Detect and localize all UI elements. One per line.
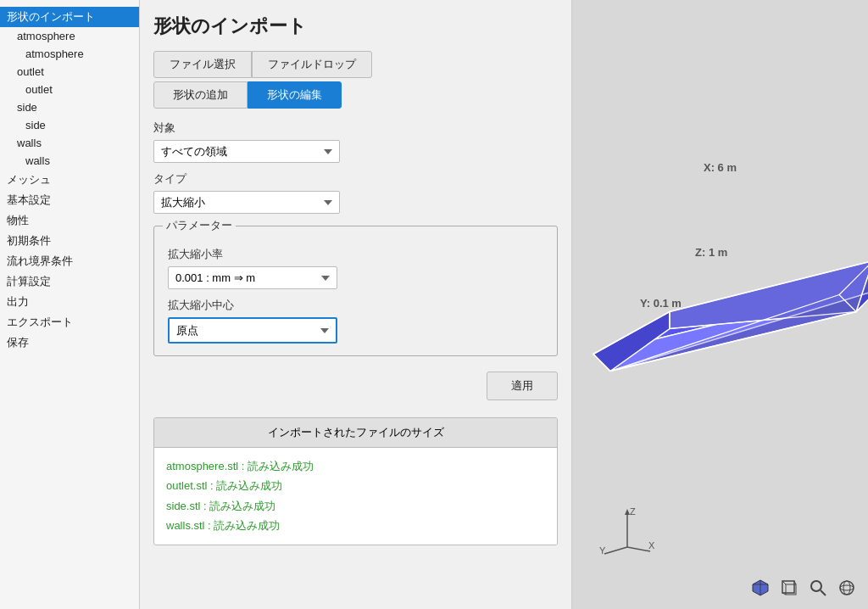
panel-title: 形状のインポート	[153, 14, 558, 39]
sidebar-item-outlet2[interactable]: outlet	[0, 81, 139, 98]
sphere-tool-button[interactable]	[834, 575, 860, 601]
axes-indicator: Z Y X	[598, 505, 657, 558]
file-tab-row: ファイル選択 ファイルドロップ	[153, 51, 558, 78]
svg-point-22	[811, 581, 821, 591]
tab-shape-edit[interactable]: 形状の編集	[248, 81, 342, 109]
3d-shape	[572, 176, 868, 433]
svg-point-25	[843, 581, 850, 595]
sidebar-item-atmosphere2[interactable]: atmosphere	[0, 45, 139, 63]
shape-svg	[572, 176, 868, 431]
search-tool-button[interactable]	[805, 575, 831, 601]
sidebar-item-boundary[interactable]: 流れ境界条件	[0, 251, 139, 271]
x-axis-label: X	[648, 540, 655, 550]
viewport: X: 6 m Y: 0.1 m Z: 1 m Z Y X	[572, 0, 868, 609]
file-entry: outlet.stl : 読み込み成功	[166, 476, 545, 495]
sidebar-item-initial[interactable]: 初期条件	[0, 231, 139, 251]
sidebar-item-shape-import[interactable]: 形状のインポート	[0, 7, 139, 27]
y-axis-label: Y	[599, 545, 606, 556]
file-size-title: インポートされたファイルのサイズ	[154, 418, 557, 448]
z-axis-label: Z	[630, 506, 636, 517]
sidebar-item-export[interactable]: エクスポート	[0, 312, 139, 332]
sidebar-item-save[interactable]: 保存	[0, 332, 139, 353]
center-select[interactable]: 原点重心	[168, 317, 337, 344]
svg-line-23	[821, 590, 826, 595]
svg-line-14	[627, 547, 650, 551]
dim-x-label: X: 6 m	[704, 161, 737, 174]
form-panel: 形状のインポート ファイル選択 ファイルドロップ 形状の追加 形状の編集 対象 …	[140, 0, 572, 609]
type-label: タイプ	[153, 171, 558, 187]
apply-button[interactable]: 適用	[487, 372, 558, 400]
sidebar-item-basic[interactable]: 基本設定	[0, 190, 139, 210]
file-entry: walls.stl : 読み込み成功	[166, 516, 545, 535]
params-group: パラメーター 拡大縮小率 0.001 : mm ⇒ m1.0 : m ⇒ m 拡…	[153, 226, 558, 356]
sidebar-item-calc[interactable]: 計算設定	[0, 271, 139, 292]
cube-tool-button[interactable]	[748, 575, 773, 601]
sidebar-item-side2[interactable]: side	[0, 116, 139, 134]
target-select[interactable]: すべての領域選択領域	[153, 140, 340, 163]
scale-label: 拡大縮小率	[168, 247, 543, 262]
type-select[interactable]: 拡大縮小移動回転	[153, 191, 340, 214]
sidebar: 形状のインポートatmosphereatmosphereoutletoutlet…	[0, 0, 140, 609]
svg-point-24	[840, 581, 854, 595]
sidebar-item-mesh[interactable]: メッシュ	[0, 170, 139, 190]
main-area: 形状のインポート ファイル選択 ファイルドロップ 形状の追加 形状の編集 対象 …	[140, 0, 868, 609]
params-legend: パラメーター	[163, 218, 236, 233]
tab-file-select[interactable]: ファイル選択	[153, 51, 252, 78]
sidebar-item-outlet1[interactable]: outlet	[0, 63, 139, 81]
file-size-content: atmosphere.stl : 読み込み成功outlet.stl : 読み込み…	[154, 448, 557, 545]
tab-shape-add[interactable]: 形状の追加	[153, 81, 248, 109]
sidebar-item-physics[interactable]: 物性	[0, 210, 139, 231]
svg-line-13	[604, 547, 627, 554]
box-tool-button[interactable]	[776, 575, 802, 601]
file-entry: atmosphere.stl : 読み込み成功	[166, 456, 545, 476]
sidebar-item-walls1[interactable]: walls	[0, 134, 139, 152]
sidebar-item-walls2[interactable]: walls	[0, 152, 139, 170]
dim-z-label: Z: 1 m	[695, 246, 727, 259]
section-tab-row: 形状の追加 形状の編集	[153, 81, 558, 109]
sidebar-item-atmosphere1[interactable]: atmosphere	[0, 27, 139, 45]
file-size-section: インポートされたファイルのサイズ atmosphere.stl : 読み込み成功…	[153, 417, 558, 545]
file-entry: side.stl : 読み込み成功	[166, 496, 545, 516]
sidebar-item-side1[interactable]: side	[0, 98, 139, 116]
tab-file-drop[interactable]: ファイルドロップ	[252, 51, 372, 78]
center-label: 拡大縮小中心	[168, 298, 543, 313]
svg-point-26	[840, 585, 854, 590]
axes-svg: Z Y X	[598, 505, 657, 556]
target-label: 対象	[153, 120, 558, 136]
dim-y-label: Y: 0.1 m	[640, 297, 682, 310]
sidebar-item-output[interactable]: 出力	[0, 292, 139, 312]
scale-select[interactable]: 0.001 : mm ⇒ m1.0 : m ⇒ m	[168, 266, 337, 289]
viewport-toolbar	[748, 575, 860, 601]
